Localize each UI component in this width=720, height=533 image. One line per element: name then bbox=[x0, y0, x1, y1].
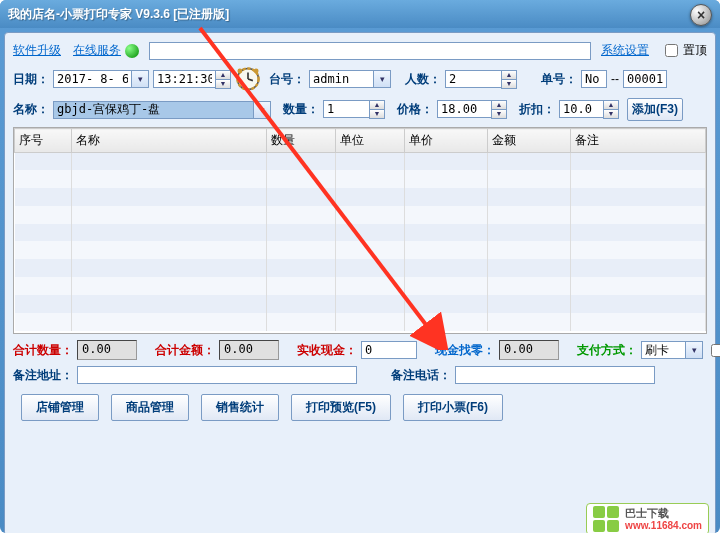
phone-input[interactable] bbox=[455, 366, 655, 384]
table-head: 序号 名称 数量 单位 单价 金额 备注 bbox=[15, 129, 706, 153]
software-upgrade-link[interactable]: 软件升级 bbox=[13, 42, 61, 59]
shop-mgmt-button[interactable]: 店铺管理 bbox=[21, 394, 99, 421]
table-row[interactable] bbox=[15, 206, 706, 224]
time-up-icon[interactable]: ▲ bbox=[216, 71, 230, 80]
add-button[interactable]: 添加(F3) bbox=[627, 98, 683, 121]
col-unitprice[interactable]: 单价 bbox=[405, 129, 488, 153]
price-up-icon[interactable]: ▲ bbox=[492, 101, 506, 110]
window-title: 我的店名-小票打印专家 V9.3.6 [已注册版] bbox=[8, 6, 229, 23]
change-label: 现金找零： bbox=[435, 342, 495, 359]
pay-method-checkbox[interactable] bbox=[711, 344, 720, 357]
discount-up-icon[interactable]: ▲ bbox=[604, 101, 618, 110]
watermark: 巴士下载 www.11684.com bbox=[586, 503, 709, 533]
discount-input[interactable] bbox=[559, 100, 603, 118]
qty-down-icon[interactable]: ▼ bbox=[370, 110, 384, 118]
sales-stats-button[interactable]: 销售统计 bbox=[201, 394, 279, 421]
order-label: 单号： bbox=[541, 71, 577, 88]
globe-icon bbox=[125, 44, 139, 58]
table-row[interactable] bbox=[15, 277, 706, 295]
table-row[interactable] bbox=[15, 259, 706, 277]
desk-input[interactable] bbox=[309, 70, 373, 88]
qty-spinner[interactable]: ▲▼ bbox=[323, 100, 385, 119]
item-row: 名称： ▾ 数量： ▲▼ 价格： ▲▼ 折扣： ▲▼ 添加(F3) bbox=[13, 98, 707, 121]
clock-icon bbox=[235, 66, 261, 92]
discount-spinner[interactable]: ▲▼ bbox=[559, 100, 619, 119]
col-unit[interactable]: 单位 bbox=[336, 129, 405, 153]
print-preview-button[interactable]: 打印预览(F5) bbox=[291, 394, 391, 421]
table-row[interactable] bbox=[15, 295, 706, 313]
order-dash: -- bbox=[611, 72, 619, 86]
price-spinner[interactable]: ▲▼ bbox=[437, 100, 507, 119]
order-prefix-input[interactable] bbox=[581, 70, 607, 88]
desk-dropdown-icon[interactable]: ▾ bbox=[373, 70, 391, 88]
people-label: 人数： bbox=[405, 71, 441, 88]
online-service-link[interactable]: 在线服务 bbox=[73, 42, 121, 59]
app-window: 我的店名-小票打印专家 V9.3.6 [已注册版] 软件升级 在线服务 系统设置… bbox=[0, 0, 720, 533]
table-body[interactable] bbox=[15, 153, 706, 331]
total-qty-value: 0.00 bbox=[77, 340, 137, 360]
people-down-icon[interactable]: ▼ bbox=[502, 80, 516, 88]
table-row[interactable] bbox=[15, 170, 706, 188]
pay-method-dropdown-icon[interactable]: ▾ bbox=[685, 341, 703, 359]
items-table[interactable]: 序号 名称 数量 单位 单价 金额 备注 bbox=[13, 127, 707, 334]
people-input[interactable] bbox=[445, 70, 501, 88]
col-name[interactable]: 名称 bbox=[72, 129, 267, 153]
table-row[interactable] bbox=[15, 313, 706, 331]
search-input[interactable] bbox=[149, 42, 591, 60]
qty-up-icon[interactable]: ▲ bbox=[370, 101, 384, 110]
totals-row: 合计数量： 0.00 合计金额： 0.00 实收现金： 现金找零： 0.00 支… bbox=[13, 340, 707, 360]
close-button[interactable] bbox=[690, 4, 712, 26]
price-input[interactable] bbox=[437, 100, 491, 118]
watermark-brand: 巴士下载 bbox=[625, 507, 702, 519]
price-label: 价格： bbox=[397, 101, 433, 118]
total-qty-label: 合计数量： bbox=[13, 342, 73, 359]
pin-top-checkbox[interactable]: 置顶 bbox=[661, 41, 707, 60]
table-row[interactable] bbox=[15, 224, 706, 242]
desk-combo[interactable]: ▾ bbox=[309, 70, 391, 88]
time-down-icon[interactable]: ▼ bbox=[216, 80, 230, 88]
price-down-icon[interactable]: ▼ bbox=[492, 110, 506, 118]
watermark-logo-icon bbox=[593, 506, 619, 532]
pay-method-input[interactable] bbox=[641, 341, 685, 359]
date-input[interactable] bbox=[53, 70, 131, 88]
system-settings-link[interactable]: 系统设置 bbox=[601, 42, 649, 59]
product-mgmt-button[interactable]: 商品管理 bbox=[111, 394, 189, 421]
qty-input[interactable] bbox=[323, 100, 369, 118]
content-panel: 软件升级 在线服务 系统设置 置顶 日期： ▾ ▲▼ bbox=[4, 32, 716, 533]
table-row[interactable] bbox=[15, 153, 706, 171]
change-value: 0.00 bbox=[499, 340, 559, 360]
col-qty[interactable]: 数量 bbox=[267, 129, 336, 153]
name-combo[interactable]: ▾ bbox=[53, 101, 271, 119]
date-dropdown-icon[interactable]: ▾ bbox=[131, 70, 149, 88]
time-spinner[interactable]: ▲▼ bbox=[153, 70, 231, 89]
time-input[interactable] bbox=[153, 70, 215, 88]
table-row[interactable] bbox=[15, 188, 706, 206]
table-row[interactable] bbox=[15, 241, 706, 259]
address-input[interactable] bbox=[77, 366, 357, 384]
name-input[interactable] bbox=[53, 101, 253, 119]
name-label: 名称： bbox=[13, 101, 49, 118]
name-dropdown-icon[interactable]: ▾ bbox=[253, 101, 271, 119]
col-amount[interactable]: 金额 bbox=[488, 129, 571, 153]
discount-label: 折扣： bbox=[519, 101, 555, 118]
people-spinner[interactable]: ▲▼ bbox=[445, 70, 517, 89]
address-label: 备注地址： bbox=[13, 367, 73, 384]
total-amount-label: 合计金额： bbox=[155, 342, 215, 359]
col-remark[interactable]: 备注 bbox=[571, 129, 706, 153]
people-up-icon[interactable]: ▲ bbox=[502, 71, 516, 80]
date-row: 日期： ▾ ▲▼ 台号： ▾ 人数： ▲▼ 单号： bbox=[13, 66, 707, 92]
col-seq[interactable]: 序号 bbox=[15, 129, 72, 153]
qty-label: 数量： bbox=[283, 101, 319, 118]
pay-method-label: 支付方式： bbox=[577, 342, 637, 359]
pay-method-combo[interactable]: ▾ bbox=[641, 341, 703, 359]
svg-point-4 bbox=[254, 68, 259, 73]
pin-top-box[interactable] bbox=[665, 44, 678, 57]
order-number-input[interactable] bbox=[623, 70, 667, 88]
desk-label: 台号： bbox=[269, 71, 305, 88]
date-picker[interactable]: ▾ bbox=[53, 70, 149, 88]
discount-down-icon[interactable]: ▼ bbox=[604, 110, 618, 118]
cash-received-input[interactable] bbox=[361, 341, 417, 359]
print-receipt-button[interactable]: 打印小票(F6) bbox=[403, 394, 503, 421]
phone-label: 备注电话： bbox=[391, 367, 451, 384]
remarks-row: 备注地址： 备注电话： bbox=[13, 366, 707, 384]
